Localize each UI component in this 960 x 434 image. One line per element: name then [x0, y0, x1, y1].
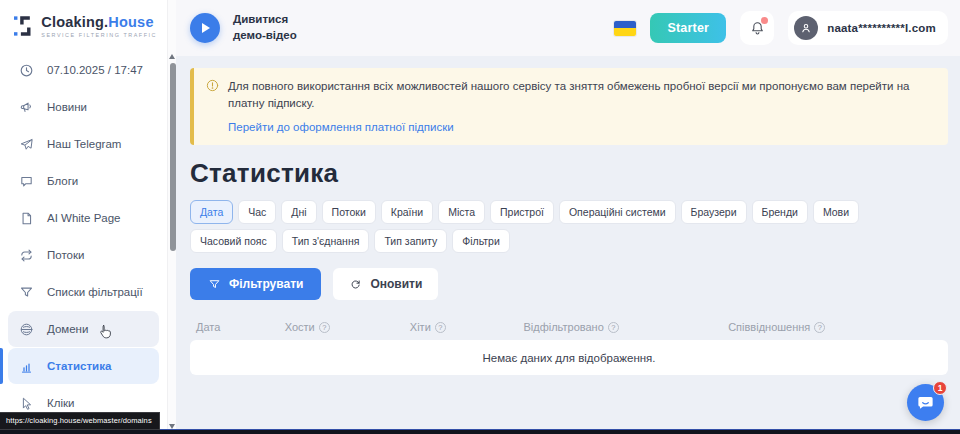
tab-filters[interactable]: Фільтри: [452, 229, 510, 253]
help-icon[interactable]: ?: [608, 322, 619, 333]
tab-browsers[interactable]: Браузери: [681, 200, 747, 224]
sidebar-item-blogs[interactable]: Блоги: [8, 163, 159, 199]
sidebar-item-label: Списки фільтрації: [47, 286, 143, 298]
tab-data[interactable]: Дата: [190, 200, 233, 224]
tab-devices[interactable]: Пристрої: [490, 200, 554, 224]
logo-icon: [14, 12, 33, 40]
stats-table: Дата Хости ? Хіти ? Відфільтровано ?: [190, 314, 948, 375]
table-header-row: Дата Хости ? Хіти ? Відфільтровано ?: [190, 314, 948, 340]
app-window: Cloaking.House SERVICE FILTERING TRAFFIC…: [0, 0, 960, 434]
sidebar-item-filter-lists[interactable]: Списки фільтрації: [8, 274, 159, 310]
sidebar-item-telegram[interactable]: Наш Telegram: [8, 126, 159, 162]
sidebar-item-domains[interactable]: Домени: [8, 311, 159, 347]
help-icon[interactable]: ?: [814, 322, 825, 333]
person-icon: [799, 21, 813, 35]
scroll-up-arrow-icon[interactable]: [169, 54, 175, 59]
demo-video-button[interactable]: Дивитися демо-відео: [190, 12, 297, 43]
funnel-icon: [208, 278, 221, 291]
refresh-button[interactable]: Оновити: [333, 268, 438, 300]
action-buttons: Фільтрувати Оновити: [190, 268, 948, 300]
subscription-link[interactable]: Перейти до оформлення платної підписки: [228, 121, 934, 133]
sidebar-item-label: AI White Page: [47, 212, 121, 224]
sidebar-item-datetime[interactable]: 07.10.2025 / 17:47: [8, 52, 159, 88]
streams-icon: [18, 247, 34, 263]
logo-subtitle: SERVICE FILTERING TRAFFIC: [41, 32, 157, 38]
tab-connection-type[interactable]: Тип з'єднання: [282, 229, 370, 253]
stat-tabs: Дата Час Дні Потоки Країни Міста Пристро…: [190, 200, 935, 253]
sidebar-item-news[interactable]: Новини: [8, 89, 159, 125]
page-title: Статистика: [190, 158, 948, 189]
sidebar: Cloaking.House SERVICE FILTERING TRAFFIC…: [0, 0, 167, 434]
telegram-icon: [18, 136, 34, 152]
banner-text: Для повного використання всіх можливосте…: [228, 78, 934, 111]
bar-chart-icon: [18, 358, 34, 374]
tab-brands[interactable]: Бренди: [752, 200, 808, 224]
sidebar-item-label: Блоги: [47, 175, 78, 187]
scrollbar-thumb[interactable]: [170, 63, 176, 251]
play-icon[interactable]: [190, 13, 220, 43]
statusbar-url: https://cloaking.house/webmaster/domains: [0, 412, 160, 430]
column-header-hits: Хіти ?: [410, 321, 524, 333]
sidebar-item-label: 07.10.2025 / 17:47: [47, 64, 143, 76]
column-header-filtered: Відфільтровано ?: [524, 321, 729, 333]
tab-days[interactable]: Дні: [281, 200, 316, 224]
sidebar-item-label: Потоки: [47, 249, 84, 261]
sidebar-item-label: Статистика: [47, 360, 111, 372]
sidebar-item-label: Наш Telegram: [47, 138, 121, 150]
help-icon[interactable]: ?: [435, 322, 446, 333]
main-region: Дивитися демо-відео Starter naata***: [176, 0, 960, 434]
notification-dot: [761, 17, 768, 24]
clock-icon: [18, 62, 34, 78]
sidebar-item-label: Новини: [47, 101, 87, 113]
column-header-date: Дата: [190, 321, 285, 333]
refresh-icon: [349, 278, 362, 291]
tab-countries[interactable]: Країни: [381, 200, 433, 224]
sidebar-scrollbar: [167, 0, 176, 434]
chat-unread-badge: 1: [933, 381, 947, 395]
topbar: Дивитися демо-відео Starter naata***: [176, 0, 960, 56]
sidebar-nav: 07.10.2025 / 17:47 Новини Наш Telegram Б…: [0, 50, 167, 421]
tab-cities[interactable]: Міста: [438, 200, 485, 224]
tab-timezone[interactable]: Часовий пояс: [190, 229, 277, 253]
language-flag-ukraine[interactable]: [614, 21, 636, 36]
help-icon[interactable]: ?: [319, 322, 330, 333]
cursor-icon: [18, 395, 34, 411]
filter-button[interactable]: Фільтрувати: [190, 268, 321, 300]
table-empty-state: Немає даних для відображення.: [190, 340, 948, 375]
column-header-hosts: Хости ?: [285, 321, 410, 333]
column-header-ratio: Співвідношення ?: [728, 321, 948, 333]
megaphone-icon: [18, 99, 34, 115]
tab-operating-systems[interactable]: Операційні системи: [559, 200, 676, 224]
logo-title-dark: Cloaking.: [41, 14, 108, 30]
sidebar-item-statistics[interactable]: Статистика: [8, 348, 159, 384]
logo-text: Cloaking.House SERVICE FILTERING TRAFFIC: [41, 14, 157, 38]
content: Для повного використання всіх можливосте…: [176, 56, 960, 375]
sidebar-item-ai-white-page[interactable]: AI White Page: [8, 200, 159, 236]
chat-smile-icon: [916, 393, 935, 412]
trial-warning-banner: Для повного використання всіх можливосте…: [190, 68, 948, 145]
plan-starter-button[interactable]: Starter: [650, 13, 726, 43]
chat-bubble-icon: [18, 173, 34, 189]
globe-icon: [18, 321, 34, 337]
page-icon: [18, 210, 34, 226]
tab-request-type[interactable]: Тип запиту: [374, 229, 447, 253]
logo-title-blue: House: [108, 14, 153, 30]
mouse-hand-cursor: [96, 322, 113, 341]
notifications-button[interactable]: [740, 11, 774, 45]
demo-video-label: Дивитися демо-відео: [233, 12, 297, 43]
avatar: [794, 16, 818, 40]
sidebar-item-label: Домени: [47, 323, 88, 335]
tab-languages[interactable]: Мови: [813, 200, 859, 224]
chat-widget-button[interactable]: 1: [907, 384, 944, 421]
tab-time[interactable]: Час: [238, 200, 276, 224]
funnel-icon: [18, 284, 34, 300]
tab-streams[interactable]: Потоки: [322, 200, 376, 224]
sidebar-item-streams[interactable]: Потоки: [8, 237, 159, 273]
logo[interactable]: Cloaking.House SERVICE FILTERING TRAFFIC: [0, 0, 167, 50]
account-menu[interactable]: naata**********l.com: [788, 11, 948, 45]
sidebar-item-label: Кліки: [47, 397, 74, 409]
account-email: naata**********l.com: [827, 22, 936, 34]
warning-icon: [206, 79, 219, 92]
